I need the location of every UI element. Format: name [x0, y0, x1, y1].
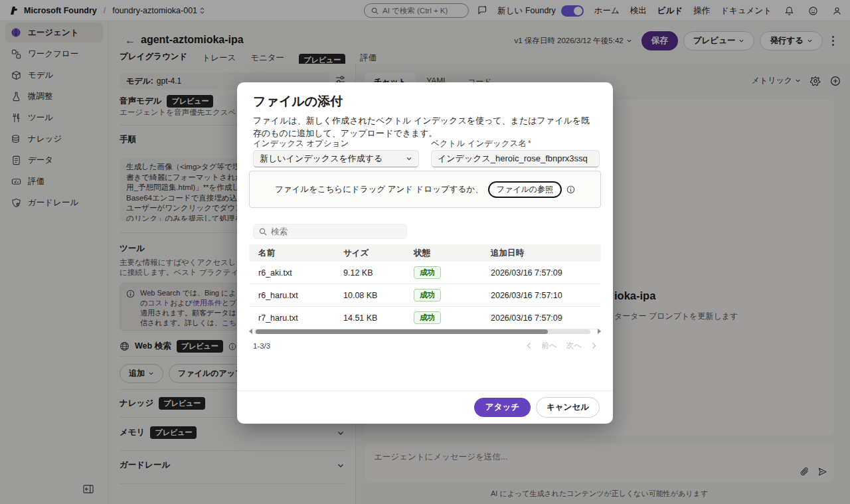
prev-page-button[interactable]: 前へ — [541, 341, 556, 351]
table-row[interactable]: r7_haru.txt 14.51 KB 成功 2026/03/16 7:57:… — [249, 307, 601, 329]
info-icon[interactable] — [566, 185, 575, 194]
table-row[interactable]: r6_aki.txt 9.12 KB 成功 2026/03/16 7:57:09 — [249, 262, 601, 284]
chevron-left-icon[interactable] — [526, 342, 532, 349]
file-search-input[interactable] — [271, 227, 390, 236]
attach-button[interactable]: アタッチ — [474, 398, 531, 417]
table-row[interactable]: r6_haru.txt 10.08 KB 成功 2026/03/16 7:57:… — [249, 284, 601, 307]
file-search[interactable] — [253, 224, 407, 239]
vector-index-name-input[interactable]: インデックス_heroic_rose_fbnprx3ssq — [431, 150, 600, 167]
chevron-right-icon[interactable] — [591, 342, 597, 349]
required-asterisk: * — [528, 139, 531, 148]
index-option-label: インデックス オプション — [253, 138, 349, 149]
vector-index-name-label: ベクトル インデックス名* — [431, 138, 531, 149]
file-attach-dialog: ファイルの添付 ファイルは、新しく作成されたベクトル インデックスを使って、また… — [237, 82, 613, 424]
index-option-select[interactable]: 新しいインデックスを作成する — [253, 150, 419, 167]
browse-files-button[interactable]: ファイルの参照 — [488, 181, 562, 198]
scroll-right-icon[interactable] — [598, 329, 601, 334]
status-badge: 成功 — [414, 311, 441, 324]
dialog-title: ファイルの添付 — [253, 93, 343, 110]
file-dropzone[interactable]: ファイルをこちらにドラッグ アンド ドロップするか、 ファイルの参照 — [249, 171, 601, 208]
dialog-description: ファイルは、新しく作成されたベクトル インデックスを使って、またはファイルを既存… — [253, 114, 598, 139]
pagination: 1-3/3 前へ 次へ — [253, 341, 597, 351]
search-icon — [259, 228, 267, 236]
cancel-button[interactable]: キャンセル — [536, 397, 600, 418]
files-table-header: 名前 サイズ 状態 追加日時 — [249, 244, 601, 262]
status-badge: 成功 — [414, 266, 441, 279]
pagination-range: 1-3/3 — [253, 342, 270, 350]
next-page-button[interactable]: 次へ — [566, 341, 582, 351]
files-table: 名前 サイズ 状態 追加日時 r6_aki.txt 9.12 KB 成功 202… — [249, 244, 601, 329]
table-horizontal-scrollbar[interactable] — [249, 329, 601, 334]
app-root: Microsoft Foundry / foundry-aztomioka-00… — [0, 0, 850, 504]
status-badge: 成功 — [414, 289, 441, 301]
scroll-left-icon[interactable] — [249, 329, 252, 334]
dialog-footer: アタッチ キャンセル — [237, 390, 613, 424]
chevron-down-icon — [406, 155, 412, 162]
scrollbar-thumb[interactable] — [256, 329, 548, 334]
